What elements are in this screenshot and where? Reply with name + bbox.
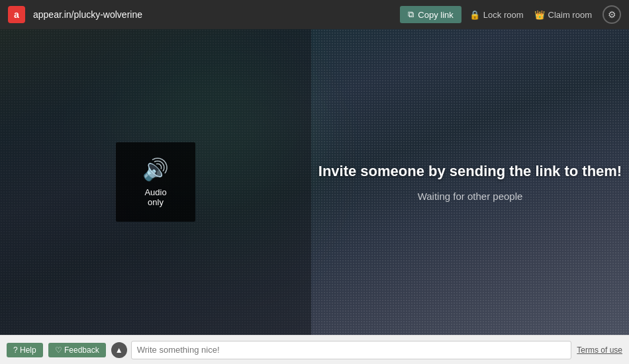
claim-room-button[interactable]: 👑 Claim room: [534, 10, 592, 20]
invite-panel: Invite someone by sending the link to th…: [311, 29, 629, 335]
chat-area: ▲: [111, 341, 572, 359]
crown-icon: 👑: [534, 10, 545, 20]
invite-title: Invite someone by sending the link to th…: [318, 163, 622, 180]
audio-label-line1: Audio: [144, 187, 166, 197]
scroll-up-icon: ▲: [115, 345, 123, 355]
copy-icon: ⧉: [408, 9, 414, 20]
help-label: ? Help: [13, 345, 36, 355]
terms-of-use-link[interactable]: Terms of use: [577, 345, 622, 355]
audio-label-line2: only: [148, 197, 164, 207]
topbar: a appear.in/plucky-wolverine ⧉ Copy link…: [0, 0, 629, 29]
help-button[interactable]: ? Help: [7, 343, 43, 357]
copy-link-label: Copy link: [418, 10, 453, 20]
chat-input[interactable]: [131, 341, 572, 359]
audio-only-label: Audio only: [144, 187, 166, 207]
video-pane: 🔊 Audio only: [0, 29, 311, 335]
topbar-right-actions: 🔒 Lock room 👑 Claim room ⚙: [469, 5, 621, 24]
claim-room-label: Claim room: [548, 10, 592, 20]
main-area: 🔊 Audio only Invite someone by sending t…: [0, 29, 629, 335]
settings-button[interactable]: ⚙: [603, 5, 621, 24]
lock-room-label: Lock room: [483, 10, 524, 20]
settings-icon: ⚙: [608, 9, 616, 20]
scroll-up-button[interactable]: ▲: [111, 342, 127, 358]
bottom-bar: ? Help ♡ Feedback ▲ Terms of use: [0, 335, 629, 364]
lock-icon: 🔒: [469, 10, 480, 20]
lock-room-button[interactable]: 🔒 Lock room: [469, 10, 524, 20]
feedback-label: ♡ Feedback: [55, 345, 99, 355]
room-url: appear.in/plucky-wolverine: [33, 9, 392, 20]
audio-card: 🔊 Audio only: [116, 142, 195, 222]
speaker-icon: 🔊: [142, 157, 169, 182]
feedback-button[interactable]: ♡ Feedback: [48, 343, 106, 357]
logo-text: a: [14, 9, 19, 20]
copy-link-button[interactable]: ⧉ Copy link: [400, 6, 461, 23]
logo-badge: a: [8, 6, 25, 23]
waiting-text: Waiting for other people: [418, 191, 523, 202]
